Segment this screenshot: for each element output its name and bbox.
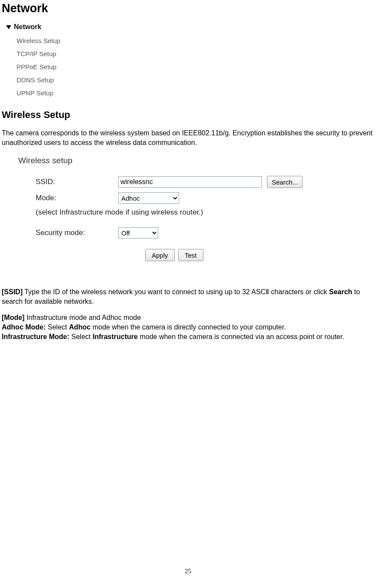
security-select[interactable]: Off bbox=[118, 227, 158, 239]
ssid-label-bold: [SSID] bbox=[2, 288, 23, 296]
adhoc-label-bold: Adhoc Mode: bbox=[2, 323, 46, 331]
ssid-row: SSID: Search... bbox=[36, 176, 328, 188]
apply-button[interactable]: Apply bbox=[145, 249, 175, 261]
mode-row: Mode: Adhoc bbox=[36, 192, 328, 204]
search-bold: Search bbox=[329, 288, 352, 296]
adhoc-description: Adhoc Mode: Select Adhoc mode when the c… bbox=[2, 323, 374, 332]
mode-description: [Mode] Infrastructure mode and Adhoc mod… bbox=[2, 313, 374, 323]
wireless-setup-panel: Wireless setup SSID: Search... Mode: Adh… bbox=[15, 152, 328, 261]
adhoc-text-a: Select bbox=[46, 323, 69, 331]
panel-title: Wireless setup bbox=[18, 156, 328, 165]
mode-note: (select Infrastructure mode if using wir… bbox=[36, 208, 328, 217]
nav-items: Wireless Setup TCP/IP Setup PPPoE Setup … bbox=[17, 34, 374, 100]
test-button[interactable]: Test bbox=[178, 249, 203, 261]
intro-text: The camera corresponds to the wireless s… bbox=[2, 128, 374, 147]
nav-header[interactable]: Network bbox=[6, 23, 374, 31]
mode-text: Infrastructure mode and Adhoc mode bbox=[24, 314, 141, 321]
infra-text-b: mode when the camera is connected via an… bbox=[138, 333, 344, 340]
infra-bold: Infrastructure bbox=[93, 333, 138, 340]
ssid-text-a: Type the ID of the wireless network you … bbox=[23, 288, 329, 296]
adhoc-text-b: mode when the camera is directly connect… bbox=[90, 323, 286, 331]
nav-header-label: Network bbox=[14, 23, 41, 31]
infrastructure-description: Infrastructure Mode: Select Infrastructu… bbox=[2, 332, 374, 342]
nav-item-ddns-setup[interactable]: DDNS Setup bbox=[17, 74, 374, 87]
mode-label: Mode: bbox=[36, 194, 118, 202]
infra-text-a: Select bbox=[70, 333, 93, 340]
page-title: Network bbox=[2, 2, 374, 15]
mode-label-bold: [Mode] bbox=[2, 314, 24, 321]
section-title: Wireless Setup bbox=[2, 109, 374, 121]
network-nav-block: Network Wireless Setup TCP/IP Setup PPPo… bbox=[6, 23, 374, 100]
ssid-label: SSID: bbox=[36, 178, 118, 186]
adhoc-bold: Adhoc bbox=[69, 323, 91, 331]
mode-select[interactable]: Adhoc bbox=[118, 192, 179, 204]
ssid-input[interactable] bbox=[118, 176, 262, 188]
nav-item-tcpip-setup[interactable]: TCP/IP Setup bbox=[17, 47, 374, 60]
nav-item-pppoe-setup[interactable]: PPPoE Setup bbox=[17, 60, 374, 74]
description-block: [SSID] Type the ID of the wireless netwo… bbox=[2, 287, 374, 341]
panel-buttons: Apply Test bbox=[145, 249, 328, 261]
nav-item-wireless-setup[interactable]: Wireless Setup bbox=[17, 34, 374, 47]
security-label: Security mode: bbox=[36, 228, 118, 237]
infra-label-bold: Infrastructure Mode: bbox=[2, 333, 70, 340]
ssid-description: [SSID] Type the ID of the wireless netwo… bbox=[2, 287, 374, 306]
triangle-down-icon bbox=[6, 25, 11, 29]
security-row: Security mode: Off bbox=[36, 227, 328, 239]
page-number: 25 bbox=[0, 568, 376, 575]
search-button[interactable]: Search... bbox=[267, 176, 303, 188]
nav-item-upnp-setup[interactable]: UPNP Setup bbox=[17, 87, 374, 100]
